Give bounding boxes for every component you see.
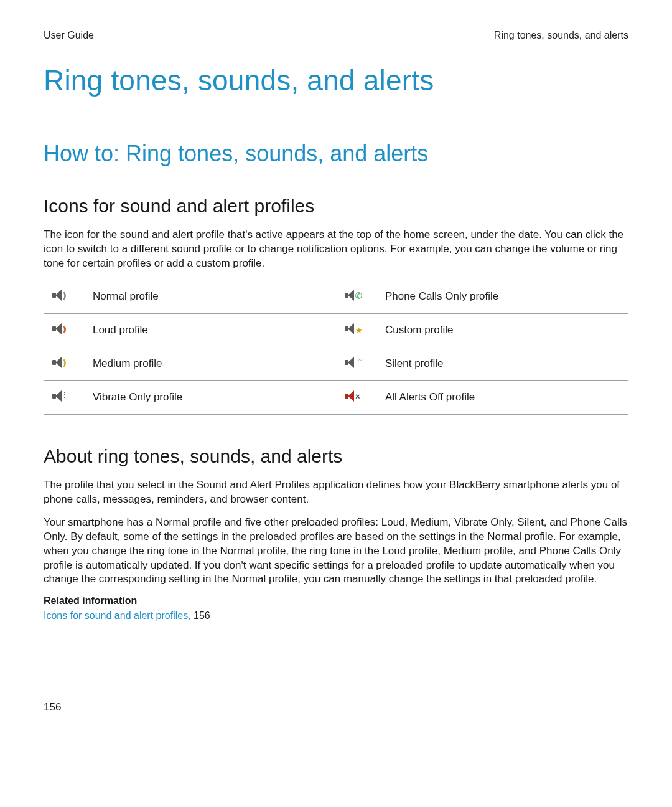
header-left: User Guide <box>44 30 94 41</box>
speaker-custom-icon: ★ <box>345 321 365 336</box>
table-row: )) Medium profile ᶻᶻ Silent profile <box>44 347 628 380</box>
profile-label: Loud profile <box>89 313 336 347</box>
table-row: ⠇ Vibrate Only profile × All Alerts Off … <box>44 380 628 414</box>
page-header: User Guide Ring tones, sounds, and alert… <box>44 30 628 41</box>
speaker-off-icon: × <box>345 389 365 404</box>
speaker-loud-icon: )) <box>52 321 72 336</box>
header-right: Ring tones, sounds, and alerts <box>494 30 628 41</box>
related-link-page: 156 <box>194 610 210 621</box>
about-paragraph-2: Your smartphone has a Normal profile and… <box>44 516 628 587</box>
subsection-icons-paragraph: The icon for the sound and alert profile… <box>44 228 628 271</box>
profile-label: Normal profile <box>89 280 336 313</box>
profile-label: Vibrate Only profile <box>89 380 336 414</box>
table-row: )) Normal profile ✆ Phone Calls Only pro… <box>44 280 628 313</box>
related-info-line: Icons for sound and alert profiles, 156 <box>44 610 628 621</box>
page-number: 156 <box>44 701 61 714</box>
speaker-silent-icon: ᶻᶻ <box>345 355 365 370</box>
subsection-icons-title: Icons for sound and alert profiles <box>44 196 628 217</box>
related-info-heading: Related information <box>44 595 628 606</box>
profile-icons-table: )) Normal profile ✆ Phone Calls Only pro… <box>44 280 628 415</box>
profile-label: All Alerts Off profile <box>381 380 628 414</box>
profile-label: Medium profile <box>89 347 336 380</box>
document-page: User Guide Ring tones, sounds, and alert… <box>0 0 672 807</box>
subsection-about-title: About ring tones, sounds, and alerts <box>44 446 628 467</box>
profile-label: Custom profile <box>381 313 628 347</box>
section-title: How to: Ring tones, sounds, and alerts <box>44 141 628 167</box>
profile-label: Phone Calls Only profile <box>381 280 628 313</box>
table-row: )) Loud profile ★ Custom profile <box>44 313 628 347</box>
speaker-normal-icon: )) <box>52 288 72 303</box>
about-paragraph-1: The profile that you select in the Sound… <box>44 478 628 507</box>
speaker-vibrate-icon: ⠇ <box>52 389 72 404</box>
speaker-medium-icon: )) <box>52 355 72 370</box>
related-link[interactable]: Icons for sound and alert profiles, <box>44 610 191 621</box>
profile-label: Silent profile <box>381 347 628 380</box>
speaker-phone-icon: ✆ <box>345 288 365 303</box>
main-title: Ring tones, sounds, and alerts <box>44 64 628 97</box>
